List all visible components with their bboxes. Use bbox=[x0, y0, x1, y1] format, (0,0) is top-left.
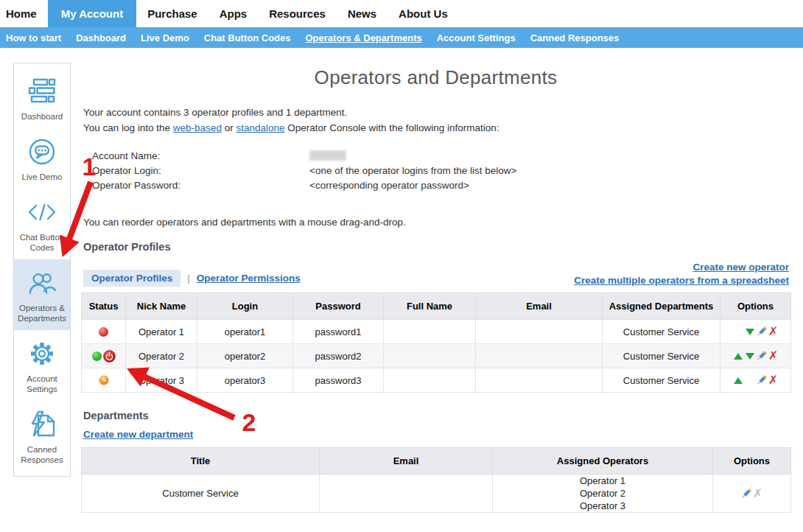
subnav-dashboard[interactable]: Dashboard bbox=[69, 32, 133, 43]
departments-table: Title Email Assigned Operators Options C… bbox=[81, 447, 791, 513]
subnav-live-demo[interactable]: Live Demo bbox=[133, 32, 197, 43]
create-multiple-operators-link[interactable]: Create multiple operators from a spreads… bbox=[574, 275, 789, 286]
sidebar-item-dashboard[interactable]: Dashboard bbox=[14, 68, 70, 128]
create-new-operator-link[interactable]: Create new operator bbox=[692, 262, 789, 273]
password-cell: password3 bbox=[293, 368, 384, 393]
power-off-button-icon[interactable] bbox=[103, 350, 116, 363]
email-cell bbox=[476, 320, 603, 344]
operator-row[interactable]: Operator 1 operator1 password1 Customer … bbox=[82, 320, 791, 344]
lightning-document-icon bbox=[26, 408, 58, 441]
code-icon bbox=[26, 196, 58, 228]
operator-row[interactable]: Operator 3 operator3 password3 Customer … bbox=[82, 368, 791, 393]
delete-icon[interactable]: ✗ bbox=[768, 326, 778, 337]
standalone-link[interactable]: standalone bbox=[236, 122, 284, 133]
nick-name-cell: Operator 3 bbox=[126, 368, 197, 393]
move-down-icon[interactable] bbox=[746, 329, 754, 335]
sidebar-label: Live Demo bbox=[22, 172, 63, 182]
status-offline-icon bbox=[99, 327, 108, 337]
col-options: Options bbox=[713, 448, 791, 475]
sidebar-label: Operators & Departments bbox=[15, 303, 69, 323]
department-email-cell bbox=[320, 475, 493, 513]
create-new-department-link[interactable]: Create new department bbox=[83, 429, 193, 440]
delete-icon[interactable]: ✗ bbox=[768, 374, 778, 386]
col-assigned-operators: Assigned Operators bbox=[493, 448, 713, 475]
live-demo-icon bbox=[26, 136, 58, 168]
subnav-operators-departments[interactable]: Operators & Departments bbox=[298, 32, 429, 43]
edit-pencil-icon[interactable] bbox=[756, 326, 768, 337]
edit-pencil-icon[interactable] bbox=[740, 488, 752, 500]
move-up-icon[interactable] bbox=[734, 353, 743, 360]
login-cell: operator3 bbox=[197, 368, 293, 393]
sidebar-item-operators-departments[interactable]: Operators & Departments bbox=[14, 259, 70, 330]
nav-news[interactable]: News bbox=[337, 0, 388, 27]
sidebar-item-canned-responses[interactable]: Canned Responses bbox=[14, 401, 70, 472]
gear-icon bbox=[26, 337, 58, 370]
department-title-cell: Customer Service bbox=[82, 475, 320, 513]
subnav-chat-button-codes[interactable]: Chat Button Codes bbox=[197, 32, 298, 43]
account-name-label: Account Name: bbox=[92, 149, 309, 164]
account-summary: Your account contains 3 operator profile… bbox=[83, 105, 499, 120]
nav-about-us[interactable]: About Us bbox=[388, 0, 459, 27]
nav-purchase[interactable]: Purchase bbox=[136, 0, 208, 27]
nav-resources[interactable]: Resources bbox=[258, 0, 337, 27]
operators-table-header: Status Nick Name Login Password Full Nam… bbox=[82, 293, 791, 320]
nick-name-cell: Operator 2 bbox=[126, 344, 197, 368]
edit-pencil-icon[interactable] bbox=[756, 374, 768, 386]
page-title: Operators and Departments bbox=[81, 66, 790, 89]
nav-home[interactable]: Home bbox=[0, 0, 48, 27]
dashboard-icon bbox=[26, 75, 58, 108]
subnav-canned-responses[interactable]: Canned Responses bbox=[523, 32, 627, 43]
subnav-account-settings[interactable]: Account Settings bbox=[429, 32, 523, 43]
assigned-departments-cell: Customer Service bbox=[603, 344, 720, 368]
assigned-operators-cell: Operator 1 Operator 2 Operator 3 bbox=[493, 475, 713, 513]
intro-text: Your account contains 3 operator profile… bbox=[83, 105, 499, 136]
email-cell bbox=[476, 344, 603, 368]
move-up-icon[interactable] bbox=[734, 377, 743, 384]
delete-icon[interactable]: ✗ bbox=[768, 350, 778, 362]
tab-separator: | bbox=[187, 273, 190, 284]
login-cell: operator2 bbox=[197, 344, 293, 368]
col-email: Email bbox=[320, 448, 493, 475]
departments-table-header: Title Email Assigned Operators Options bbox=[82, 448, 791, 475]
col-status: Status bbox=[82, 293, 126, 320]
operator-password-label: Operator Password: bbox=[92, 178, 309, 193]
col-options: Options bbox=[720, 293, 791, 320]
web-based-link[interactable]: web-based bbox=[173, 122, 222, 133]
operator-tabs: Operator Profiles | Operator Permissions bbox=[83, 270, 301, 287]
operator-create-links: Create new operator Create multiple oper… bbox=[574, 261, 789, 287]
assigned-departments-cell: Customer Service bbox=[603, 368, 720, 393]
nav-my-account[interactable]: My Account bbox=[48, 0, 136, 27]
sidebar-label: Canned Responses bbox=[15, 444, 69, 465]
tab-operator-permissions[interactable]: Operator Permissions bbox=[197, 273, 301, 284]
col-password: Password bbox=[293, 293, 384, 320]
full-name-cell bbox=[384, 368, 476, 393]
operator-password-value: <corresponding operator password> bbox=[309, 178, 469, 193]
sidebar-item-chat-button-codes[interactable]: Chat Button Codes bbox=[14, 189, 70, 259]
people-icon bbox=[26, 267, 58, 299]
full-name-cell bbox=[384, 344, 476, 368]
col-full-name: Full Name bbox=[384, 293, 476, 320]
operator-login-value: <one of the operator logins from the lis… bbox=[309, 164, 516, 178]
sidebar-item-live-demo[interactable]: Live Demo bbox=[14, 128, 70, 189]
col-title: Title bbox=[82, 448, 320, 475]
edit-pencil-icon[interactable] bbox=[756, 350, 768, 362]
col-email: Email bbox=[476, 293, 603, 320]
sidebar-label: Chat Button Codes bbox=[15, 232, 69, 253]
password-cell: password1 bbox=[293, 320, 384, 344]
credentials-block: Account Name: Operator Login: <one of th… bbox=[92, 149, 516, 193]
email-cell bbox=[476, 368, 603, 393]
top-navigation: Home My Account Purchase Apps Resources … bbox=[0, 0, 803, 27]
status-away-clock-icon bbox=[99, 375, 109, 385]
nav-apps[interactable]: Apps bbox=[208, 0, 259, 27]
account-name-redacted bbox=[309, 150, 346, 161]
operator-row[interactable]: Operator 2 operator2 password2 Customer … bbox=[82, 344, 791, 368]
left-sidebar: Dashboard Live Demo Chat Button Codes Op… bbox=[13, 63, 71, 477]
move-down-icon[interactable] bbox=[746, 353, 754, 360]
sidebar-item-account-settings[interactable]: Account Settings bbox=[14, 330, 70, 401]
sidebar-label: Dashboard bbox=[21, 111, 63, 122]
main-content: Operators and Departments Your account c… bbox=[81, 65, 790, 529]
departments-heading: Departments bbox=[83, 410, 149, 421]
subnav-how-to-start[interactable]: How to start bbox=[0, 32, 69, 43]
tab-operator-profiles[interactable]: Operator Profiles bbox=[83, 270, 180, 287]
department-row[interactable]: Customer Service Operator 1 Operator 2 O… bbox=[82, 475, 791, 513]
